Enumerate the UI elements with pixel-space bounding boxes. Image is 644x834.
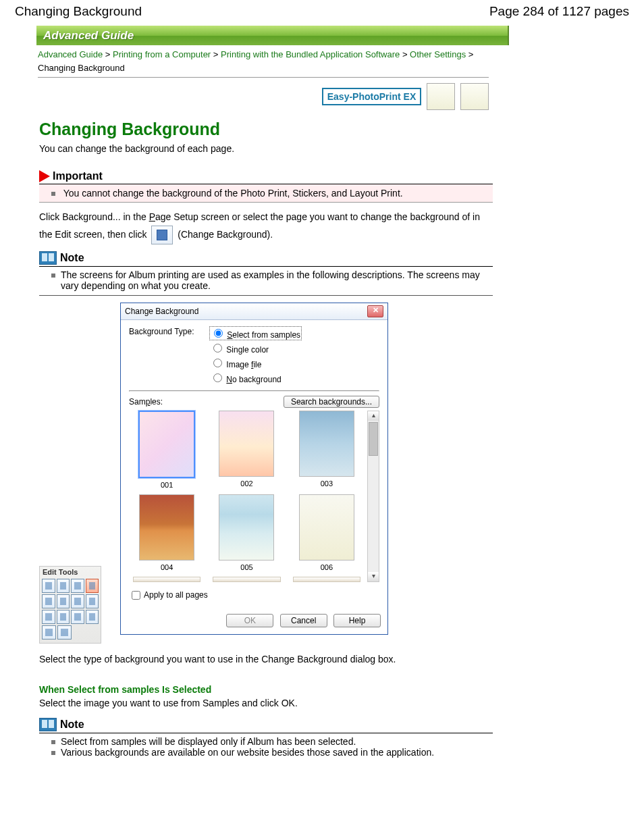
radio-select-samples[interactable]: Select from samples bbox=[210, 327, 301, 340]
page-title: Changing Background bbox=[15, 4, 142, 19]
section-heading: When Select from samples Is Selected bbox=[39, 684, 493, 695]
radio-input[interactable] bbox=[213, 373, 222, 382]
app-icon-2 bbox=[460, 83, 489, 110]
tool-button[interactable] bbox=[42, 594, 55, 608]
dialog-title: Change Background bbox=[125, 307, 198, 316]
cancel-button[interactable]: Cancel bbox=[280, 614, 327, 627]
radio-no-background[interactable]: No background bbox=[210, 371, 301, 384]
instruction-paragraph: Click Background... in the Page Setup sc… bbox=[39, 209, 493, 244]
app-badge: Easy-PhotoPrint EX bbox=[322, 88, 421, 105]
breadcrumb-link[interactable]: Printing from a Computer bbox=[113, 49, 211, 59]
radio-input[interactable] bbox=[213, 359, 222, 367]
section-text: Select the image you want to use from Sa… bbox=[39, 698, 493, 708]
edit-tools-title: Edit Tools bbox=[40, 567, 101, 578]
note-icon bbox=[39, 251, 57, 265]
samples-grid: 001 002 003 004 005 006 bbox=[129, 411, 367, 582]
breadcrumb-link[interactable]: Other Settings bbox=[410, 49, 466, 59]
sample-caption: 004 bbox=[129, 563, 205, 571]
tool-button[interactable] bbox=[57, 625, 72, 640]
tool-button[interactable] bbox=[71, 610, 84, 624]
edit-tools-panel: Edit Tools bbox=[39, 566, 101, 644]
important-text: You cannot change the background of the … bbox=[63, 188, 403, 199]
radio-single-color[interactable]: Single color bbox=[210, 342, 301, 355]
sample-thumbnail bbox=[299, 411, 354, 477]
page-indicator: Page 284 of 1127 pages bbox=[489, 4, 629, 19]
change-background-icon bbox=[151, 226, 173, 244]
after-dialog-text: Select the type of background you want t… bbox=[39, 652, 493, 668]
divider bbox=[129, 390, 379, 392]
breadcrumb-link[interactable]: Advanced Guide bbox=[38, 49, 103, 59]
tool-button[interactable] bbox=[42, 625, 56, 640]
bgtype-label: Background Type: bbox=[129, 327, 210, 386]
text-underlined: P bbox=[149, 211, 155, 222]
breadcrumb-current: Changing Background bbox=[38, 63, 125, 73]
sample-strip bbox=[129, 577, 205, 582]
sample-caption: 002 bbox=[209, 479, 284, 488]
scrollbar[interactable]: ▴ ▾ bbox=[367, 411, 379, 582]
sample-thumbnail bbox=[139, 494, 194, 561]
tool-button[interactable] bbox=[57, 610, 70, 624]
sample-thumbnail bbox=[138, 411, 195, 478]
scroll-up-icon[interactable]: ▴ bbox=[368, 411, 379, 421]
app-icon-1 bbox=[427, 83, 455, 110]
opt-text: elect from samples bbox=[232, 330, 300, 340]
note-text: Select from samples will be displayed on… bbox=[61, 736, 493, 747]
divider bbox=[38, 77, 489, 78]
change-background-dialog: Change Background ✕ Background Type: Sel… bbox=[120, 303, 388, 635]
note-text: The screens for Album printing are used … bbox=[61, 269, 493, 291]
apply-all-label: Apply to all pages bbox=[144, 590, 208, 600]
opt-text: Single color bbox=[226, 345, 269, 355]
sample-item[interactable]: 003 bbox=[289, 411, 365, 489]
search-backgrounds-button[interactable]: Search backgrounds... bbox=[284, 396, 379, 408]
tool-button[interactable] bbox=[42, 610, 55, 624]
sample-caption: 001 bbox=[129, 481, 205, 489]
breadcrumb: Advanced Guide > Printing from a Compute… bbox=[38, 45, 497, 76]
tool-button[interactable] bbox=[71, 579, 84, 593]
flag-icon bbox=[39, 170, 50, 182]
radio-input[interactable] bbox=[214, 329, 223, 338]
sample-thumbnail bbox=[219, 494, 274, 561]
note-label: Note bbox=[60, 719, 84, 731]
scroll-thumb[interactable] bbox=[369, 422, 378, 456]
radio-input[interactable] bbox=[213, 344, 222, 353]
tool-button[interactable] bbox=[86, 610, 99, 624]
help-button[interactable]: Help bbox=[333, 614, 381, 627]
intro-text: You can change the background of each pa… bbox=[39, 143, 493, 154]
sample-caption: 006 bbox=[289, 563, 365, 571]
sample-caption: 003 bbox=[289, 479, 365, 488]
bullet-icon bbox=[51, 192, 55, 196]
tool-button[interactable] bbox=[86, 594, 99, 608]
tool-button[interactable] bbox=[57, 579, 70, 593]
ok-button[interactable]: OK bbox=[226, 614, 273, 627]
note-label: Note bbox=[60, 252, 84, 264]
sample-item[interactable]: 001 bbox=[129, 411, 205, 489]
tool-button[interactable] bbox=[71, 594, 84, 608]
tool-button[interactable] bbox=[42, 579, 55, 593]
sample-item[interactable]: 006 bbox=[289, 494, 365, 571]
breadcrumb-link[interactable]: Printing with the Bundled Application So… bbox=[221, 49, 400, 59]
note-icon bbox=[39, 718, 57, 731]
tool-button[interactable] bbox=[86, 579, 99, 593]
note-header: Note bbox=[39, 718, 493, 733]
sample-item[interactable]: 005 bbox=[209, 494, 284, 571]
guide-banner: Advanced Guide bbox=[36, 26, 509, 45]
note-header: Note bbox=[39, 251, 493, 267]
sample-item[interactable]: 004 bbox=[129, 494, 205, 571]
sample-strip bbox=[209, 577, 284, 582]
important-label: Important bbox=[53, 170, 103, 182]
apply-all-checkbox[interactable] bbox=[132, 591, 140, 600]
close-button[interactable]: ✕ bbox=[367, 305, 383, 317]
note-body: The screens for Album printing are used … bbox=[39, 267, 493, 296]
bullet-icon bbox=[51, 740, 55, 744]
sample-thumbnail bbox=[299, 494, 354, 561]
important-header: Important bbox=[39, 170, 493, 184]
scroll-down-icon[interactable]: ▾ bbox=[368, 572, 379, 581]
bullet-icon bbox=[51, 751, 55, 755]
radio-image-file[interactable]: Image file bbox=[210, 357, 301, 369]
bullet-icon bbox=[51, 273, 55, 278]
sample-item[interactable]: 002 bbox=[209, 411, 284, 489]
sample-thumbnail bbox=[219, 411, 274, 477]
note-body: Select from samples will be displayed on… bbox=[39, 733, 493, 762]
sample-strip bbox=[289, 577, 365, 582]
tool-button[interactable] bbox=[57, 594, 70, 608]
